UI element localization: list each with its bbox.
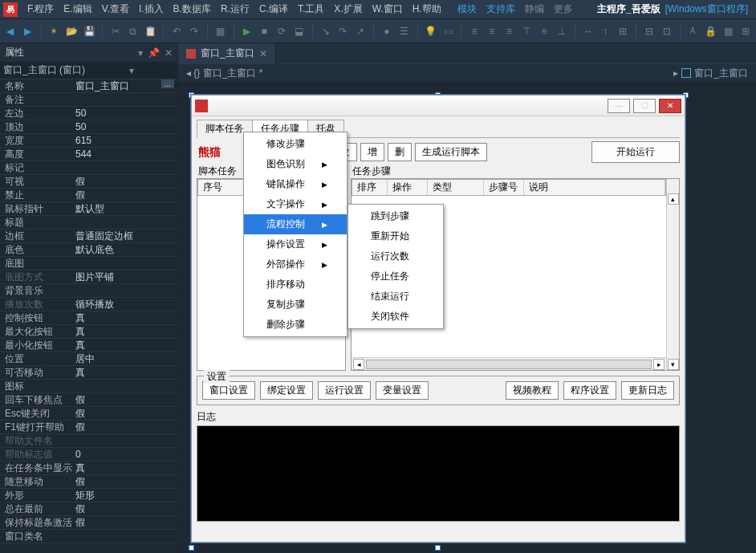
menu-file[interactable]: F.程序: [22, 2, 59, 16]
property-row[interactable]: 帮助标志值0: [0, 448, 177, 462]
hint-icon[interactable]: 💡: [424, 24, 438, 39]
property-value[interactable]: 假: [72, 407, 177, 421]
property-row[interactable]: 底色默认底色: [0, 243, 177, 257]
menu-ext[interactable]: X.扩展: [329, 2, 367, 16]
property-value[interactable]: 真: [72, 311, 177, 325]
context-menu-item[interactable]: 修改步骤: [244, 134, 347, 154]
scroll-left-icon[interactable]: ◂: [353, 359, 364, 370]
property-row[interactable]: 名称窗口_主窗口...: [0, 79, 177, 93]
delete-button[interactable]: 删: [388, 143, 412, 161]
cut-icon[interactable]: ✂: [108, 24, 123, 39]
property-row[interactable]: 顶边50: [0, 120, 177, 134]
context-menu-item[interactable]: 外部操作▶: [244, 254, 347, 274]
same-width-icon[interactable]: ↔: [581, 24, 595, 39]
menu-db[interactable]: B.数据库: [169, 2, 216, 16]
context-menu-item[interactable]: 关闭软件: [348, 307, 443, 327]
ellipsis-button[interactable]: ...: [161, 79, 174, 88]
lock-icon[interactable]: 🔒: [703, 24, 717, 39]
property-row[interactable]: 帮助文件名: [0, 434, 177, 448]
property-row[interactable]: 在任务条中显示真: [0, 462, 177, 475]
preview-icon[interactable]: ⊞: [738, 24, 753, 39]
scroll-thumb[interactable]: [366, 360, 652, 369]
menu-view[interactable]: V.查看: [97, 2, 134, 16]
property-value[interactable]: 假: [72, 393, 177, 407]
property-value[interactable]: 真: [72, 339, 177, 352]
property-value[interactable]: 矩形: [72, 489, 177, 502]
property-value[interactable]: 假: [72, 502, 177, 516]
property-row[interactable]: 底图: [0, 257, 177, 270]
open-icon[interactable]: 📂: [64, 24, 79, 39]
step-out-icon[interactable]: ↗: [353, 24, 368, 39]
property-row[interactable]: 可否移动真: [0, 366, 177, 380]
changelog-button[interactable]: 更新日志: [621, 381, 674, 400]
window-settings-button[interactable]: 窗口设置: [202, 381, 255, 400]
property-row[interactable]: 总在最前假: [0, 502, 177, 516]
menu-tools[interactable]: T.工具: [293, 2, 329, 16]
context-menu-item[interactable]: 图色识别▶: [244, 154, 347, 174]
property-value[interactable]: 普通固定边框: [72, 230, 177, 243]
menu-more[interactable]: 更多: [549, 2, 578, 16]
breakpoint-icon[interactable]: ●: [380, 24, 394, 39]
menu-help[interactable]: H.帮助: [408, 2, 446, 16]
align-top-icon[interactable]: ⊤: [519, 24, 534, 39]
breadcrumb-right[interactable]: 窗口_主窗口: [694, 67, 748, 80]
build-icon[interactable]: ⬓: [292, 24, 307, 39]
context-menu-item[interactable]: 结束运行: [348, 287, 443, 307]
align-left-icon[interactable]: ≡: [467, 24, 482, 39]
redo-icon[interactable]: ↷: [187, 24, 201, 39]
property-row[interactable]: 背景音乐: [0, 284, 177, 298]
context-menu-item[interactable]: 重新开始: [348, 226, 443, 246]
pause-icon[interactable]: ⟳: [274, 24, 289, 39]
run-settings-button[interactable]: 运行设置: [318, 381, 371, 400]
property-row[interactable]: 外形矩形: [0, 489, 177, 502]
property-value[interactable]: 循环播放: [72, 298, 177, 311]
property-row[interactable]: 随意移动假: [0, 475, 177, 489]
context-menu-item[interactable]: 文字操作▶: [244, 194, 347, 214]
scroll-up-icon[interactable]: ▴: [668, 193, 679, 205]
scroll-right-icon[interactable]: ▸: [653, 359, 665, 370]
back-icon[interactable]: ◀: [3, 24, 18, 39]
context-menu-item[interactable]: 键鼠操作▶: [244, 174, 347, 194]
run-icon[interactable]: ▶: [240, 24, 254, 39]
align-middle-icon[interactable]: ≡: [537, 24, 551, 39]
align-center-icon[interactable]: ≡: [485, 24, 499, 39]
generate-script-button[interactable]: 生成运行脚本: [415, 143, 487, 161]
property-value[interactable]: 假: [72, 175, 177, 189]
menu-compile[interactable]: C.编译: [254, 2, 293, 16]
property-value[interactable]: 真: [72, 325, 177, 339]
menu-insert[interactable]: I.插入: [134, 2, 169, 16]
property-value[interactable]: 默认型: [72, 202, 177, 216]
property-row[interactable]: 标记: [0, 161, 177, 175]
context-menu-item[interactable]: 删除步骤: [244, 315, 347, 335]
dropdown-icon[interactable]: ▾: [138, 47, 143, 59]
property-grid[interactable]: 名称窗口_主窗口...备注左边50顶边50宽度615高度544标记可视假禁止假鼠…: [0, 79, 177, 553]
centerv-icon[interactable]: ⊡: [660, 24, 674, 39]
property-row[interactable]: 播放次数循环播放: [0, 298, 177, 311]
grid-icon[interactable]: ▦: [721, 24, 735, 39]
property-row[interactable]: 回车下移焦点假: [0, 393, 177, 407]
context-menu-item[interactable]: 排序移动: [244, 274, 347, 295]
pin-icon[interactable]: 📌: [148, 47, 160, 59]
property-value[interactable]: 窗口_主窗口...: [72, 79, 177, 93]
bookmark-icon[interactable]: ☰: [397, 24, 412, 39]
var-settings-button[interactable]: 变量设置: [376, 381, 429, 400]
align-bottom-icon[interactable]: ⊥: [555, 24, 569, 39]
property-value[interactable]: 假: [72, 189, 177, 202]
property-value[interactable]: 居中: [72, 352, 177, 366]
property-value[interactable]: 图片平铺: [72, 270, 177, 284]
start-run-button[interactable]: 开始运行: [591, 141, 680, 163]
scroll-down-icon[interactable]: ▾: [668, 359, 679, 370]
design-canvas[interactable]: — ☐ ✕ 脚本任务 任务步骤 托盘 熊猫 改 增 删: [178, 82, 756, 553]
add-button[interactable]: 增: [360, 143, 384, 161]
property-row[interactable]: 控制按钮真: [0, 311, 177, 325]
chevron-right-icon[interactable]: ▸: [673, 67, 678, 79]
property-value[interactable]: 50: [72, 121, 177, 132]
property-row[interactable]: 保持标题条激活假: [0, 516, 177, 530]
centerh-icon[interactable]: ⊟: [642, 24, 656, 39]
context-menu-item[interactable]: 复制步骤: [244, 295, 347, 315]
video-tutorial-button[interactable]: 视频教程: [506, 381, 559, 400]
property-row[interactable]: F1键打开帮助假: [0, 421, 177, 434]
tab-main-window[interactable]: 窗口_主窗口 ✕: [178, 43, 276, 63]
property-value[interactable]: 假: [72, 421, 177, 434]
property-row[interactable]: 可视假: [0, 175, 177, 189]
